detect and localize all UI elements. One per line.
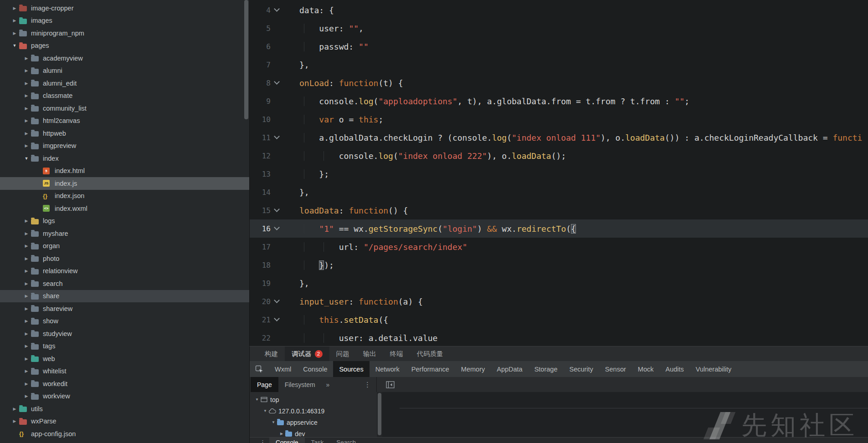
devtools-tab-sensor[interactable]: Sensor: [599, 361, 632, 377]
tree-item[interactable]: ▶classmate: [0, 90, 249, 102]
tree-item[interactable]: ▶share: [0, 290, 249, 303]
tree-item[interactable]: ▶community_list: [0, 102, 249, 115]
chevron-right-icon[interactable]: ▶: [10, 407, 19, 411]
tree-item[interactable]: ▶images: [0, 15, 249, 27]
navigator-item[interactable]: ▶dev: [250, 428, 377, 437]
tree-item[interactable]: {}index.json: [0, 190, 249, 203]
fold-chevron-icon[interactable]: [271, 137, 282, 138]
tree-item[interactable]: ▶utils: [0, 402, 249, 415]
sidebar-scrollbar[interactable]: [244, 0, 248, 119]
inspect-element-button[interactable]: [250, 361, 269, 377]
tree-item[interactable]: ▶wxParse: [0, 415, 249, 428]
chevron-right-icon[interactable]: ▶: [22, 394, 31, 398]
fold-chevron-icon[interactable]: [271, 82, 282, 84]
navigator-scrollbar-thumb[interactable]: [378, 393, 381, 435]
chevron-right-icon[interactable]: ▶: [22, 306, 31, 311]
tree-item[interactable]: ▼index: [0, 152, 249, 165]
devtools-tab-vulnerability[interactable]: Vulnerability: [690, 361, 737, 377]
navigator-item[interactable]: ▼127.0.0.1:46319: [250, 405, 377, 417]
chevron-right-icon[interactable]: ▶: [10, 6, 19, 10]
code-line[interactable]: 21 this.setData({: [250, 311, 868, 329]
tree-item[interactable]: {}app-config.json: [0, 428, 249, 440]
devtools-tab-console[interactable]: Console: [297, 361, 333, 377]
chevron-right-icon[interactable]: ▶: [22, 231, 31, 236]
devtools-tab-wxml[interactable]: Wxml: [269, 361, 297, 377]
code-line[interactable]: 13 };: [250, 165, 868, 183]
chevron-right-icon[interactable]: ▶: [10, 18, 19, 23]
tree-item[interactable]: ▶whitelist: [0, 365, 249, 378]
chevron-right-icon[interactable]: ▶: [22, 68, 31, 73]
tree-item[interactable]: ▶httpweb: [0, 127, 249, 140]
chevron-right-icon[interactable]: ▶: [22, 294, 31, 298]
drawer-tab-task[interactable]: Task: [305, 438, 330, 443]
chevron-right-icon[interactable]: ▶: [22, 81, 31, 86]
code-line[interactable]: 5 user: "",: [250, 19, 868, 37]
tree-item[interactable]: ▶workview: [0, 390, 249, 403]
tree-item[interactable]: ▶search: [0, 277, 249, 290]
code-line[interactable]: 7},: [250, 56, 868, 74]
tree-item[interactable]: ▶miniprogram_npm: [0, 27, 249, 40]
panel-tab-2[interactable]: 问题: [329, 346, 356, 361]
devtools-tab-performance[interactable]: Performance: [406, 361, 455, 377]
chevron-down-icon[interactable]: ▼: [262, 409, 269, 413]
chevron-right-icon[interactable]: ▶: [22, 143, 31, 148]
sources-subtab-page[interactable]: Page: [251, 377, 278, 392]
chevron-down-icon[interactable]: ▼: [253, 397, 261, 402]
fold-chevron-icon[interactable]: [271, 209, 282, 211]
sources-subtab-filesystem[interactable]: Filesystem: [278, 377, 322, 392]
tree-item[interactable]: ▶image-cropper: [0, 2, 249, 15]
tree-item[interactable]: 5index.html: [0, 165, 249, 178]
chevron-right-icon[interactable]: ▶: [22, 382, 31, 386]
code-line[interactable]: 8onLoad: function(t) {: [250, 74, 868, 92]
chevron-right-icon[interactable]: ▶: [10, 31, 19, 36]
tree-item[interactable]: ▶studyview: [0, 327, 249, 340]
chevron-right-icon[interactable]: ▶: [10, 419, 19, 423]
navigator-item[interactable]: ▼appservice: [250, 417, 377, 428]
toggle-navigator-icon[interactable]: [386, 381, 395, 388]
code-line[interactable]: 9 console.log("apploadoptions", t), a.gl…: [250, 92, 868, 110]
tree-item[interactable]: ▶academyview: [0, 52, 249, 65]
devtools-tab-appdata[interactable]: AppData: [491, 361, 528, 377]
code-editor[interactable]: 4data: {5 user: "",6 passwd: ""7},8onLoa…: [249, 0, 868, 346]
navigator-item[interactable]: ▼top: [250, 394, 377, 405]
chevron-right-icon[interactable]: ▶: [22, 369, 31, 373]
tree-item[interactable]: ▶alumni_edit: [0, 77, 249, 90]
chevron-down-icon[interactable]: ▼: [22, 156, 31, 161]
panel-tab-0[interactable]: 构建: [258, 346, 285, 361]
fold-chevron-icon[interactable]: [271, 228, 282, 229]
tree-item[interactable]: ▶myshare: [0, 227, 249, 240]
code-line[interactable]: 18 });: [250, 256, 868, 274]
chevron-right-icon[interactable]: ▶: [22, 106, 31, 111]
tree-item[interactable]: ▶organ: [0, 240, 249, 253]
devtools-tab-memory[interactable]: Memory: [455, 361, 491, 377]
panel-tab-3[interactable]: 输出: [356, 346, 383, 361]
code-line[interactable]: 6 passwd: "": [250, 37, 868, 56]
tree-item[interactable]: JSindex.js: [0, 177, 249, 190]
drawer-tab-console[interactable]: Console: [269, 438, 305, 443]
code-line[interactable]: 14},: [250, 183, 868, 201]
panel-tab-1[interactable]: 调试器2: [285, 346, 329, 361]
chevron-right-icon[interactable]: ▶: [278, 432, 285, 436]
tree-item[interactable]: ▶alumni: [0, 65, 249, 77]
tree-item[interactable]: ▶relationview: [0, 265, 249, 278]
tree-item[interactable]: ▶html2canvas: [0, 115, 249, 127]
chevron-right-icon[interactable]: ▶: [22, 344, 31, 348]
chevron-right-icon[interactable]: ▶: [22, 131, 31, 136]
more-tabs-icon[interactable]: »: [322, 377, 334, 392]
tree-item[interactable]: ▶workedit: [0, 377, 249, 390]
navigator-scrollbar[interactable]: [377, 392, 382, 437]
code-line[interactable]: 11 a.globalData.checkLogin ? (console.lo…: [250, 128, 868, 147]
tree-item[interactable]: ▶tags: [0, 340, 249, 353]
tree-item[interactable]: ▶show: [0, 315, 249, 328]
tree-item[interactable]: ▶shareview: [0, 302, 249, 315]
code-line[interactable]: 10 var o = this;: [250, 110, 868, 128]
tree-item[interactable]: ▶logs: [0, 215, 249, 228]
chevron-right-icon[interactable]: ▶: [22, 93, 31, 98]
code-line[interactable]: 17 url: "/pages/search/index": [250, 238, 868, 256]
tree-item[interactable]: ▶web: [0, 352, 249, 365]
fold-chevron-icon[interactable]: [271, 300, 282, 302]
chevron-right-icon[interactable]: ▶: [22, 319, 31, 323]
chevron-right-icon[interactable]: ▶: [22, 281, 31, 286]
code-line[interactable]: 22 user: a.detail.value: [250, 329, 868, 346]
chevron-right-icon[interactable]: ▶: [22, 219, 31, 223]
